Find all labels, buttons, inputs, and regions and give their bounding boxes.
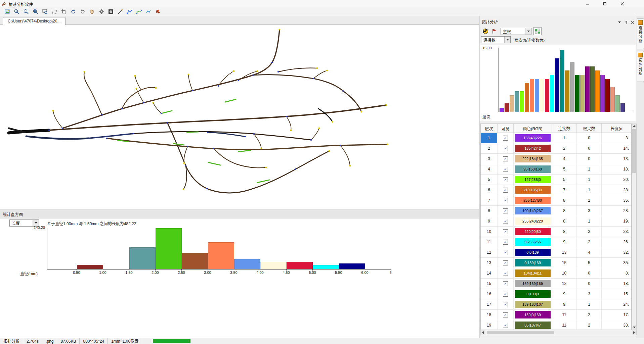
table-vertical-scrollbar[interactable] <box>632 124 637 330</box>
table-row[interactable]: 1✓138|43|226103. <box>481 133 631 143</box>
visibility-checkbox[interactable]: ✓ <box>503 156 508 161</box>
visibility-checkbox[interactable]: ✓ <box>503 229 508 234</box>
zoom-out-button[interactable] <box>22 8 30 16</box>
table-row[interactable]: 17✓189|183|1079124. <box>481 299 631 310</box>
table-row[interactable]: 8✓100|149|2378328. <box>481 206 631 216</box>
table-row[interactable]: 15✓169|169|16912018. <box>481 279 631 289</box>
redo-button[interactable] <box>79 8 87 16</box>
zoom-fit-button[interactable] <box>41 8 49 16</box>
level-cell[interactable]: 8 <box>481 206 498 216</box>
table-row[interactable]: 18✓139|0|13911217. <box>481 310 631 320</box>
pan-hand-button[interactable] <box>88 8 96 16</box>
table-row[interactable]: 10✓220|20|608223. <box>481 227 631 237</box>
minimize-button[interactable] <box>581 0 593 7</box>
table-row[interactable]: 4✓95|158|1605118. <box>481 164 631 175</box>
image-canvas[interactable] <box>0 25 479 209</box>
scroll-up-icon[interactable] <box>632 124 636 128</box>
level-cell[interactable]: 13 <box>481 258 498 268</box>
table-row[interactable]: 11✓0|255|2559226. <box>481 237 631 247</box>
table-row[interactable]: 14✓184|134|111008. <box>481 268 631 279</box>
visibility-checkbox[interactable]: ✓ <box>503 250 508 255</box>
draw-polyline-button[interactable] <box>126 8 134 16</box>
side-tab-topology-analysis[interactable]: 拓扑分析 <box>637 51 644 82</box>
visibility-checkbox[interactable]: ✓ <box>503 260 508 265</box>
visibility-checkbox[interactable]: ✓ <box>503 208 508 213</box>
zoom-selection-button[interactable] <box>32 8 40 16</box>
table-row[interactable]: 19✓85|107|4711233. <box>481 320 631 330</box>
table-row[interactable]: 7✓255|127|808235. <box>481 195 631 206</box>
table-row[interactable]: 3✓222|184|1354013. <box>481 154 631 164</box>
panel-close-icon[interactable] <box>630 20 635 25</box>
close-button[interactable] <box>616 0 628 7</box>
table-row[interactable]: 5✓127|255|05120. <box>481 175 631 185</box>
level-cell[interactable]: 2 <box>481 143 498 153</box>
apply-colors-button[interactable] <box>533 27 542 35</box>
visibility-checkbox[interactable]: ✓ <box>503 177 508 182</box>
pin-icon[interactable] <box>624 20 629 25</box>
maximize-button[interactable] <box>599 0 611 7</box>
tips-cell: 0 <box>577 268 602 278</box>
visibility-checkbox[interactable]: ✓ <box>503 198 508 203</box>
visibility-checkbox[interactable]: ✓ <box>503 219 508 224</box>
level-cell[interactable]: 4 <box>481 164 498 174</box>
level-cell[interactable]: 16 <box>481 289 498 299</box>
visibility-checkbox[interactable]: ✓ <box>503 323 508 328</box>
table-row[interactable]: 16✓0|100|09315. <box>481 289 631 299</box>
visibility-checkbox[interactable]: ✓ <box>503 281 508 286</box>
level-cell[interactable]: 19 <box>481 320 498 330</box>
level-cell[interactable]: 7 <box>481 195 498 205</box>
table-row[interactable]: 12✓0|0|13913432. <box>481 247 631 258</box>
level-cell[interactable]: 10 <box>481 227 498 237</box>
axis-tick-label: 6.00 <box>358 271 372 275</box>
topology-mode-icon[interactable] <box>482 28 489 35</box>
visibility-checkbox[interactable]: ✓ <box>503 146 508 151</box>
vertical-scroll-thumb[interactable] <box>632 129 636 173</box>
select-region-button[interactable] <box>50 8 58 16</box>
table-row[interactable]: 13✓0|139|13915535. <box>481 258 631 268</box>
table-horizontal-scrollbar[interactable] <box>480 330 637 335</box>
threshold-button[interactable] <box>107 8 115 16</box>
table-row[interactable]: 2✓165|42|422014. <box>481 143 631 154</box>
level-cell[interactable]: 14 <box>481 268 498 278</box>
side-tab-connection-analysis[interactable]: 连接分析 <box>637 18 644 49</box>
horizontal-scroll-thumb[interactable] <box>487 331 554 334</box>
scroll-down-icon[interactable] <box>632 325 636 330</box>
chevron-down-icon <box>504 37 510 43</box>
visibility-checkbox[interactable]: ✓ <box>503 136 508 141</box>
color-brush-icon[interactable] <box>491 28 499 35</box>
visibility-checkbox[interactable]: ✓ <box>503 240 508 245</box>
visibility-checkbox[interactable]: ✓ <box>503 271 508 276</box>
visibility-checkbox[interactable]: ✓ <box>503 312 508 317</box>
level-cell[interactable]: 15 <box>481 279 498 289</box>
visibility-checkbox[interactable]: ✓ <box>503 302 508 307</box>
panel-menu-chevron-icon[interactable] <box>617 20 622 25</box>
level-cell[interactable]: 11 <box>481 237 498 247</box>
level-cell[interactable]: 9 <box>481 216 498 226</box>
level-cell[interactable]: 17 <box>481 299 498 309</box>
level-cell[interactable]: 18 <box>481 310 498 320</box>
table-row[interactable]: 9✓255|248|2208119. <box>481 216 631 227</box>
level-cell[interactable]: 3 <box>481 154 498 164</box>
draw-smooth-polyline-button[interactable] <box>144 8 153 16</box>
visibility-checkbox[interactable]: ✓ <box>503 167 508 172</box>
visibility-checkbox[interactable]: ✓ <box>503 292 508 297</box>
table-row[interactable]: 6✓210|105|307128. <box>481 185 631 195</box>
settings-gear-button[interactable] <box>97 8 105 16</box>
draw-curve-button[interactable] <box>135 8 143 16</box>
scroll-left-icon[interactable] <box>481 330 485 335</box>
level-cell[interactable]: 1 <box>481 133 498 143</box>
level-cell[interactable]: 6 <box>481 185 498 195</box>
level-cell[interactable]: 5 <box>481 175 498 185</box>
zoom-in-button[interactable] <box>13 8 21 16</box>
document-tab[interactable]: C:\Users\47074\Desktop\20... <box>3 17 66 25</box>
topology-metric-select[interactable]: 连接数 <box>481 36 511 43</box>
scroll-right-icon[interactable] <box>632 330 636 335</box>
draw-line-button[interactable] <box>116 8 124 16</box>
analyze-root-button[interactable] <box>154 8 162 16</box>
level-cell[interactable]: 12 <box>481 247 498 257</box>
undo-button[interactable] <box>69 8 77 16</box>
root-select[interactable]: 主根 <box>501 28 531 35</box>
open-image-button[interactable] <box>3 8 11 16</box>
crop-button[interactable] <box>60 8 68 16</box>
visibility-checkbox[interactable]: ✓ <box>503 188 508 193</box>
